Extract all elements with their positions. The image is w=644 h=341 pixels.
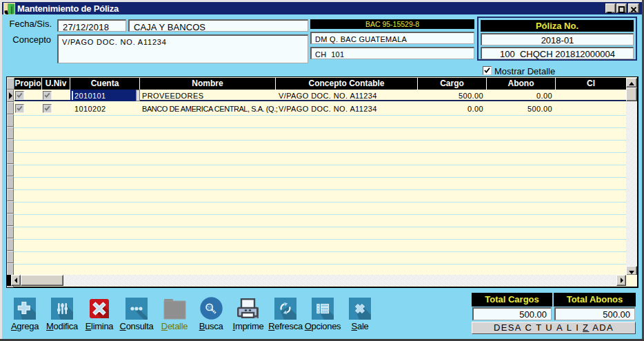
svg-text:50: 50 [207, 305, 212, 309]
